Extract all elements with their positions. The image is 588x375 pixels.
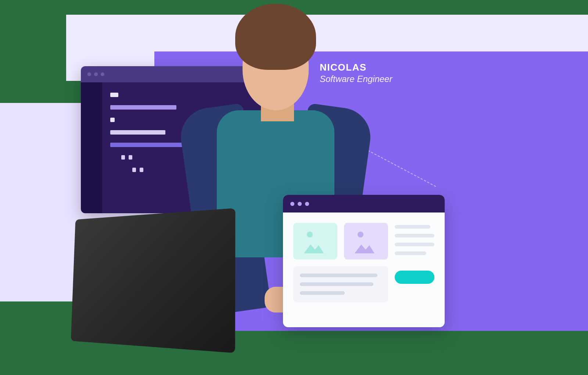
window-dot-icon: [87, 72, 91, 76]
laptop-illustration: [62, 213, 261, 368]
text-lines-placeholder: [395, 223, 434, 260]
window-dot-icon: [305, 202, 309, 206]
svg-marker-0: [304, 244, 324, 253]
text-card-placeholder: [293, 266, 388, 302]
window-dot-icon: [298, 202, 302, 206]
image-placeholder-icon: [344, 223, 388, 260]
svg-marker-1: [355, 244, 374, 253]
mockup-titlebar: [283, 195, 445, 213]
window-dot-icon: [290, 202, 294, 206]
window-dot-icon: [94, 72, 98, 76]
image-placeholder-icon: [293, 223, 337, 260]
mockup-browser-window: [283, 195, 445, 327]
person-role: Software Engineer: [320, 74, 392, 84]
window-dot-icon: [101, 72, 104, 76]
person-label: NICOLAS Software Engineer: [320, 62, 392, 84]
code-gutter: [81, 82, 102, 213]
mockup-body: [283, 213, 445, 312]
cta-button-placeholder: [395, 271, 434, 284]
person-name: NICOLAS: [320, 62, 392, 73]
